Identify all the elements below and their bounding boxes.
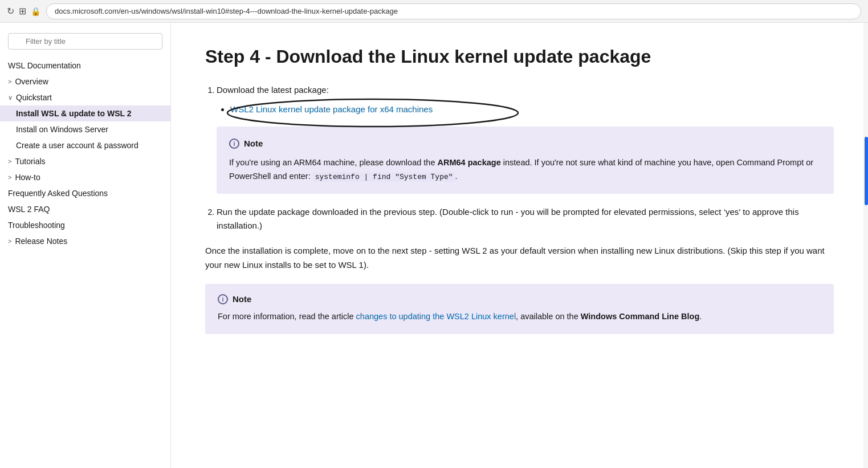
- step-2: Run the update package downloaded in the…: [217, 205, 834, 233]
- note1-text: If you're using an ARM64 machine, please…: [229, 156, 821, 184]
- sidebar-label-tutorials: Tutorials: [15, 157, 45, 166]
- sidebar-item-faq[interactable]: Frequently Asked Questions: [0, 185, 170, 201]
- sidebar-label-wsl-docs: WSL Documentation: [8, 61, 81, 70]
- chevron-right-icon-tutorials: [8, 158, 11, 165]
- note1-title: Note: [244, 137, 263, 150]
- sidebar-item-overview[interactable]: Overview: [0, 74, 170, 89]
- sidebar-item-create-user[interactable]: Create a user account & password: [0, 137, 170, 153]
- bullet-list: WSL2 Linux kernel update package for x64…: [230, 103, 834, 116]
- sidebar-label-overview: Overview: [15, 77, 48, 86]
- page-layout: ⊟ WSL Documentation Overview Quickstart: [0, 23, 868, 468]
- sidebar-label-quickstart: Quickstart: [16, 93, 52, 102]
- note2-header: i Note: [218, 294, 821, 304]
- scrollbar-thumb[interactable]: [865, 137, 868, 205]
- address-bar[interactable]: docs.microsoft.com/en-us/windows/wsl/ins…: [46, 3, 861, 19]
- sidebar-item-how-to[interactable]: How-to: [0, 169, 170, 185]
- scrollbar-area[interactable]: [863, 23, 868, 468]
- note2-text-end: .: [699, 312, 702, 321]
- note1-header: i Note: [229, 137, 821, 150]
- sidebar-item-release-notes[interactable]: Release Notes: [0, 233, 170, 249]
- sidebar-item-quickstart[interactable]: Quickstart: [0, 89, 170, 105]
- sidebar-label-how-to: How-to: [15, 173, 40, 182]
- url-text: docs.microsoft.com/en-us/windows/wsl/ins…: [55, 7, 398, 15]
- sidebar-item-troubleshooting[interactable]: Troubleshooting: [0, 217, 170, 233]
- chevron-down-icon: [8, 94, 13, 101]
- step2-text: Run the update package downloaded in the…: [217, 205, 834, 233]
- chevron-right-icon-howto: [8, 174, 11, 181]
- sidebar-label-install-wsl: Install WSL & update to WSL 2: [16, 109, 132, 118]
- note1-text-end: .: [455, 172, 458, 181]
- note2-bold: Windows Command Line Blog: [581, 312, 700, 321]
- sidebar-label-wsl2-faq: WSL 2 FAQ: [8, 205, 50, 214]
- sidebar-label-faq: Frequently Asked Questions: [8, 189, 108, 198]
- steps-list: Download the latest package: WSL2 Linux …: [217, 83, 834, 233]
- sidebar-item-tutorials[interactable]: Tutorials: [0, 153, 170, 169]
- grid-icon[interactable]: ⊞: [19, 6, 26, 17]
- lock-icon: 🔒: [31, 7, 40, 16]
- sidebar-label-troubleshooting: Troubleshooting: [8, 221, 65, 230]
- info-icon-2: i: [218, 294, 228, 304]
- sidebar-label-install-windows-server: Install on Windows Server: [16, 125, 108, 134]
- note2-text-before: For more information, read the article: [218, 312, 356, 321]
- note2-link[interactable]: changes to updating the WSL2 Linux kerne…: [356, 312, 516, 321]
- info-icon-1: i: [229, 139, 239, 149]
- reload-icon[interactable]: ↻: [7, 6, 14, 17]
- note2-title: Note: [233, 294, 251, 304]
- sidebar-item-install-windows-server[interactable]: Install on Windows Server: [0, 121, 170, 137]
- sidebar-item-install-wsl[interactable]: Install WSL & update to WSL 2: [0, 105, 170, 121]
- sidebar-label-release-notes: Release Notes: [15, 237, 67, 246]
- wsl2-link-item: WSL2 Linux kernel update package for x64…: [230, 103, 834, 116]
- sidebar-item-wsl2-faq[interactable]: WSL 2 FAQ: [0, 201, 170, 217]
- main-content: Step 4 - Download the Linux kernel updat…: [171, 23, 868, 468]
- page-title: Step 4 - Download the Linux kernel updat…: [205, 46, 834, 67]
- step-1: Download the latest package: WSL2 Linux …: [217, 83, 834, 194]
- circled-link-wrapper: WSL2 Linux kernel update package for x64…: [230, 103, 433, 116]
- note-box-2: i Note For more information, read the ar…: [205, 284, 834, 334]
- para1: Once the installation is complete, move …: [205, 244, 834, 272]
- chevron-right-icon-release: [8, 238, 11, 245]
- filter-wrapper: ⊟: [8, 33, 162, 50]
- note1-code: systeminfo | find "System Type": [313, 172, 455, 182]
- filter-input-wrapper: ⊟: [0, 30, 170, 58]
- note1-text-before: If you're using an ARM64 machine, please…: [229, 158, 438, 167]
- sidebar: ⊟ WSL Documentation Overview Quickstart: [0, 23, 171, 468]
- sidebar-item-wsl-docs[interactable]: WSL Documentation: [0, 58, 170, 74]
- note1-bold: ARM64 package: [438, 158, 501, 167]
- browser-chrome: ↻ ⊞ 🔒 docs.microsoft.com/en-us/windows/w…: [0, 0, 868, 23]
- note-box-1: i Note If you're using an ARM64 machine,…: [217, 127, 834, 194]
- wsl2-kernel-link[interactable]: WSL2 Linux kernel update package for x64…: [230, 104, 433, 114]
- filter-input[interactable]: [8, 33, 162, 50]
- note2-text-mid: , available on the: [516, 312, 581, 321]
- browser-controls: ↻ ⊞ 🔒: [7, 6, 40, 17]
- sidebar-label-create-user: Create a user account & password: [16, 141, 138, 150]
- note2-text: For more information, read the article c…: [218, 310, 821, 324]
- chevron-right-icon: [8, 78, 11, 85]
- sidebar-nav: WSL Documentation Overview Quickstart In…: [0, 58, 170, 249]
- step1-label: Download the latest package:: [217, 83, 834, 97]
